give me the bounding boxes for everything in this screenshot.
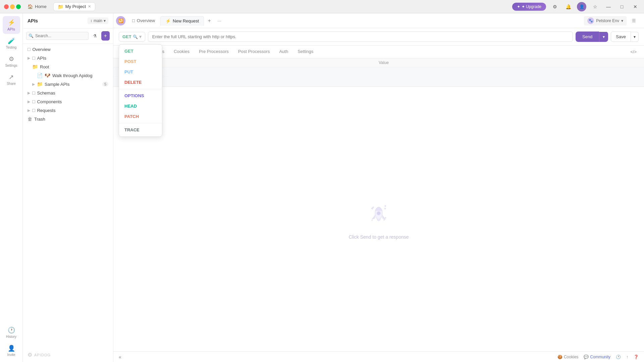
help-bottom-item[interactable]: ❓	[634, 355, 639, 359]
clock-bottom-item[interactable]: 🕐	[616, 355, 621, 359]
search-input[interactable]	[26, 32, 89, 40]
home-label: Home	[35, 4, 47, 9]
tab-auth[interactable]: Auth	[274, 46, 293, 58]
cookies-label: Cookies	[564, 355, 578, 359]
community-bottom-item[interactable]: 💬 Community	[584, 355, 610, 359]
save-dropdown-button[interactable]: ▾	[631, 32, 639, 42]
sidebar-testing-label: Testing	[6, 46, 17, 49]
bookmark-icon[interactable]: ☆	[590, 2, 600, 11]
sidebar-item-invite[interactable]: 👤 Invite	[3, 342, 20, 359]
window-controls	[4, 4, 21, 9]
collapse-sidebar-button[interactable]: «	[119, 354, 121, 360]
method-head-item[interactable]: HEAD	[119, 101, 162, 111]
logo-icon: ⚙	[28, 352, 32, 358]
save-button[interactable]: Save	[611, 32, 631, 42]
project-close-icon[interactable]: ✕	[88, 4, 91, 9]
tree-requests-label: Requests	[37, 108, 108, 113]
settings-icon[interactable]: ⚙	[550, 2, 559, 11]
sample-apis-count: 5	[102, 82, 108, 86]
tree-item-schemas[interactable]: ▶ □ Schemas	[23, 88, 113, 97]
home-icon: 🏠	[28, 4, 33, 9]
sidebar-item-share[interactable]: ↗ Share	[3, 71, 20, 88]
method-options-item[interactable]: OPTIONS	[119, 90, 162, 101]
cookies-bottom-item[interactable]: 🍪 Cookies	[557, 355, 578, 359]
sidebar-item-settings[interactable]: ⚙ Settings	[3, 53, 20, 70]
tree-walkthrough-label: Walk through Apidog	[52, 73, 108, 78]
method-put-item[interactable]: PUT	[119, 67, 162, 77]
tab-overview[interactable]: □ Overview	[127, 16, 160, 25]
response-area: ✦ ✦ ✦ Click Send to get a response	[113, 86, 644, 351]
tree-overview-label: Overview	[32, 47, 108, 52]
minimize-icon[interactable]: —	[604, 2, 613, 11]
window-close-btn[interactable]	[4, 4, 9, 9]
env-selector[interactable]: 🐾 Petstore Env ▾	[584, 16, 627, 25]
method-trace-item[interactable]: TRACE	[119, 125, 162, 135]
params-table-header: Key Value	[113, 58, 644, 67]
hamburger-button[interactable]: ☰	[629, 16, 639, 25]
url-input[interactable]	[148, 32, 573, 42]
sample-apis-folder-icon: 📁	[37, 81, 43, 87]
branch-label: main	[94, 18, 102, 23]
code-view-button[interactable]: </>	[628, 47, 639, 56]
params-ellipsis[interactable]: ···	[113, 77, 644, 86]
tree-item-walkthrough[interactable]: 📄 🐶 Walk through Apidog	[23, 71, 113, 80]
api-sidebar-title: APIs	[28, 18, 38, 23]
tree-item-overview[interactable]: □ Overview	[23, 45, 113, 54]
sidebar-item-history[interactable]: 🕐 History	[3, 324, 20, 341]
method-post-item[interactable]: POST	[119, 56, 162, 67]
sidebar-item-testing[interactable]: 🧪 Testing	[3, 35, 20, 52]
share-icon: ↗	[9, 73, 14, 81]
more-tabs-button[interactable]: ···	[215, 16, 224, 25]
upload-bottom-item[interactable]: ↑	[626, 355, 628, 359]
tab-post-processors[interactable]: Post Processors	[233, 46, 275, 58]
tab-pre-processors[interactable]: Pre Processors	[194, 46, 233, 58]
env-chevron-icon: ▾	[621, 18, 623, 23]
sidebar-item-apis[interactable]: ⚡ APIs	[3, 16, 20, 34]
method-divider	[119, 89, 162, 89]
help-icon: ❓	[634, 355, 639, 359]
bottom-bar-left: «	[119, 354, 121, 360]
tab-settings[interactable]: Settings	[293, 46, 318, 58]
apidog-logo: ⚙ APIDOG	[23, 348, 113, 362]
close-window-icon[interactable]: ✕	[631, 2, 640, 11]
method-patch-item[interactable]: PATCH	[119, 111, 162, 122]
project-tab[interactable]: 📁 My Project ✕	[53, 2, 95, 11]
tab-cookies[interactable]: Cookies	[169, 46, 194, 58]
tree-item-requests[interactable]: ▶ □ Requests	[23, 106, 113, 115]
branch-selector[interactable]: ↕ main ▾	[88, 17, 108, 24]
maximize-icon[interactable]: □	[617, 2, 627, 11]
add-tab-button[interactable]: +	[205, 16, 214, 25]
logo-text: APIDOG	[34, 353, 51, 357]
notification-icon[interactable]: 🔔	[564, 2, 573, 11]
tree-item-root[interactable]: 📁 Root	[23, 62, 113, 71]
settings-icon2: ⚙	[9, 55, 14, 63]
home-tab[interactable]: 🏠 Home	[23, 3, 51, 10]
tab-new-request[interactable]: ⚡ New Request	[160, 16, 204, 26]
main-content: 🔁 □ Overview ⚡ New Request + ··· 🐾 Petst…	[113, 13, 644, 362]
window-max-btn[interactable]	[16, 4, 21, 9]
upgrade-button[interactable]: ✦ ✦ Upgrade	[512, 3, 546, 11]
svg-text:✦: ✦	[384, 207, 386, 210]
add-api-button[interactable]: +	[101, 31, 110, 41]
tree-item-trash[interactable]: 🗑 Trash	[23, 115, 113, 123]
icon-sidebar: ⚡ APIs 🧪 Testing ⚙ Settings ↗ Share 🕐 Hi…	[0, 13, 23, 362]
params-table-body	[113, 67, 644, 77]
method-chevron-icon: ▾	[139, 34, 142, 39]
tree-item-components[interactable]: ▶ □ Components	[23, 97, 113, 106]
plus-icon: +	[104, 33, 107, 39]
value-input[interactable]	[379, 69, 639, 74]
window-min-btn[interactable]	[10, 4, 15, 9]
send-dropdown-button[interactable]: ▾	[599, 32, 608, 42]
method-dropdown[interactable]: GET 🔍 ▾	[119, 32, 145, 42]
requests-icon: □	[32, 108, 35, 113]
tree-item-sample-apis[interactable]: ▶ 📁 Sample APIs 5	[23, 80, 113, 88]
community-icon: 💬	[584, 355, 589, 359]
method-label: GET	[122, 34, 131, 39]
user-avatar[interactable]: 👤	[577, 2, 586, 11]
method-delete-item[interactable]: DELETE	[119, 77, 162, 87]
filter-button[interactable]: ⚗	[91, 31, 99, 41]
tree-item-apis[interactable]: ▶ □ APIs	[23, 54, 113, 62]
overview-tab-label: Overview	[137, 18, 155, 23]
method-get-item[interactable]: GET	[119, 46, 162, 56]
send-button[interactable]: Send	[576, 32, 599, 42]
